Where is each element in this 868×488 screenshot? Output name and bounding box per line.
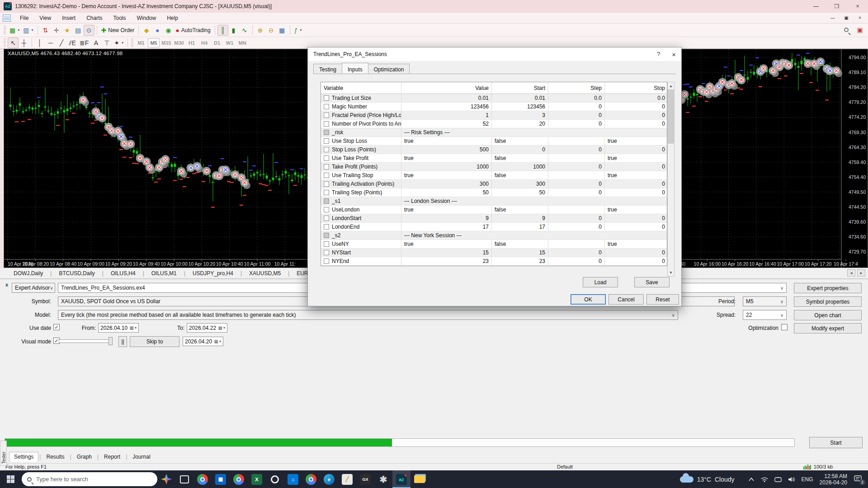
maximize-button[interactable]: ❒ [826, 0, 847, 13]
taskbar-search-input[interactable]: Type here to search [22, 472, 157, 486]
data-window-button[interactable]: ✛ [51, 25, 62, 36]
value-cell[interactable]: true [401, 154, 492, 162]
calendar-icon[interactable]: ▦ [130, 325, 134, 330]
tester-tab-journal[interactable]: Journal [128, 452, 155, 461]
menu-insert[interactable]: Insert [57, 13, 81, 23]
table-row[interactable]: _s2--- New York Session --- [321, 231, 667, 240]
step-cell[interactable]: 0.0 [548, 94, 605, 102]
value-cell[interactable]: true [401, 137, 492, 145]
tester-tab-settings[interactable]: Settings [9, 452, 38, 462]
value-cell[interactable]: true [401, 240, 492, 248]
table-row[interactable]: Take Profit (Points)1000100000 [321, 163, 667, 171]
skip-to-date-field[interactable]: 2026.04.20▦▾ [183, 337, 223, 346]
mdi-minimize-button[interactable]: — [826, 14, 839, 22]
table-row[interactable]: _s1--- London Session --- [321, 197, 667, 206]
row-checkbox[interactable] [324, 250, 329, 255]
chart-tab-xauusd-m5[interactable]: XAUUSD,M5 [242, 269, 288, 278]
dialog-tab-inputs[interactable]: Inputs [342, 63, 368, 73]
dialog-tab-optimization[interactable]: Optimization [368, 64, 410, 74]
indicators-button[interactable]: ƒ▾ [292, 25, 304, 36]
arrows-button[interactable]: ✦▾ [112, 38, 125, 48]
table-row[interactable]: LondonStart9900 [321, 214, 667, 223]
row-checkbox[interactable] [324, 216, 329, 221]
table-row[interactable]: Use Trailing Stoptruefalsetrue [321, 171, 667, 180]
row-checkbox[interactable] [324, 224, 329, 230]
timeframe-m30[interactable]: M30 [173, 38, 185, 47]
calendar-icon[interactable]: ▦ [214, 339, 218, 344]
dialog-close-button[interactable]: × [672, 51, 676, 58]
visual-speed-slider[interactable] [59, 339, 112, 343]
zoom-in-button[interactable]: ⊕ [255, 25, 266, 36]
metatrader-icon[interactable]: az [392, 470, 410, 488]
chart-tab-btcusd-daily[interactable]: BTCUSD,Daily [52, 269, 102, 278]
timeframe-m5[interactable]: M5 [148, 38, 160, 47]
chevron-down-icon[interactable]: ▾ [18, 28, 19, 32]
table-row[interactable]: Trading Lot Size0.010.010.00.0 [321, 94, 667, 103]
row-checkbox[interactable] [324, 138, 329, 144]
chart-tab-oilus-m1[interactable]: OILUS,M1 [144, 269, 184, 278]
spread-select[interactable]: 22∨ [743, 310, 787, 320]
tester-tab-graph[interactable]: Graph [72, 452, 96, 461]
start-cell[interactable]: 0 [492, 145, 548, 154]
tester-tab-results[interactable]: Results [42, 452, 69, 461]
step-cell[interactable]: 0 [548, 223, 605, 231]
stop-cell[interactable]: true [605, 137, 668, 145]
value-cell[interactable]: 23 [401, 257, 492, 265]
store-icon[interactable]: ⌂ [284, 470, 302, 488]
paint-icon[interactable]: ╱ [338, 470, 356, 488]
start-cell[interactable]: 0.01 [492, 94, 548, 102]
start-cell[interactable]: 3 [492, 111, 548, 119]
copilot-icon[interactable] [157, 470, 175, 488]
value-cell[interactable]: 300 [401, 180, 492, 188]
row-checkbox[interactable] [324, 104, 329, 109]
stop-cell[interactable]: 0 [605, 145, 668, 154]
crosshair-button[interactable]: ┼ [19, 38, 29, 48]
value-cell[interactable]: 500 [401, 145, 492, 154]
start-cell[interactable]: 15 [492, 249, 548, 257]
step-cell[interactable] [548, 154, 605, 162]
timeframe-h1[interactable]: H1 [186, 38, 198, 47]
timeframe-w1[interactable]: W1 [224, 38, 236, 47]
value-cell[interactable]: 9 [401, 214, 492, 222]
chrome-icon-3[interactable] [302, 470, 320, 488]
stop-cell[interactable]: 0 [605, 214, 668, 222]
bar-chart-mode-button[interactable]: ║ [217, 25, 228, 36]
start-cell[interactable]: 23 [492, 257, 548, 265]
row-checkbox[interactable] [324, 147, 329, 152]
row-checkbox[interactable] [324, 113, 329, 118]
ok-button[interactable]: OK [571, 294, 606, 305]
start-cell[interactable]: false [492, 206, 548, 214]
table-row[interactable]: Use Stop Losstruefalsetrue [321, 137, 667, 145]
folders-icon[interactable] [410, 470, 429, 488]
timeframe-m1[interactable]: M1 [135, 38, 147, 47]
mdi-restore-button[interactable]: ▣ [840, 14, 853, 22]
start-cell[interactable]: 20 [492, 120, 548, 128]
value-cell[interactable]: 123456 [401, 103, 492, 111]
calendar-icon[interactable]: ▦ [212, 470, 230, 488]
timeframe-d1[interactable]: D1 [211, 38, 223, 47]
table-row[interactable]: Use Take Profittruefalsetrue [321, 154, 667, 163]
scroll-up-arrow[interactable]: ▲ [668, 82, 674, 89]
row-checkbox[interactable] [324, 173, 329, 178]
optimization-checkbox[interactable] [781, 324, 788, 330]
table-scrollbar[interactable]: ▲ ▼ [667, 82, 675, 277]
step-cell[interactable]: 0 [548, 163, 605, 171]
vertical-line-button[interactable]: │ [34, 38, 45, 48]
channel-button[interactable]: ⫽E [67, 38, 78, 48]
start-cell[interactable]: 17 [492, 223, 548, 231]
menu-window[interactable]: Window [132, 13, 162, 23]
menu-tools[interactable]: Tools [108, 13, 132, 23]
stop-cell[interactable]: 0 [605, 103, 668, 111]
row-checkbox[interactable] [324, 258, 329, 264]
reset-button[interactable]: Reset [646, 294, 679, 305]
timeframe-h4[interactable]: H4 [198, 38, 210, 47]
step-cell[interactable]: 0 [548, 249, 605, 257]
wifi-icon[interactable] [761, 477, 768, 482]
row-checkbox[interactable] [324, 130, 329, 135]
stop-cell[interactable]: 0.0 [605, 94, 668, 102]
chevron-down-icon[interactable]: ▾ [300, 28, 302, 32]
navigator-button[interactable]: ★ [62, 25, 73, 36]
chart-tab-dowj-daily[interactable]: DOWJ,Daily [6, 269, 50, 278]
edge-icon[interactable]: e [320, 470, 338, 488]
start-cell[interactable]: false [492, 154, 548, 162]
